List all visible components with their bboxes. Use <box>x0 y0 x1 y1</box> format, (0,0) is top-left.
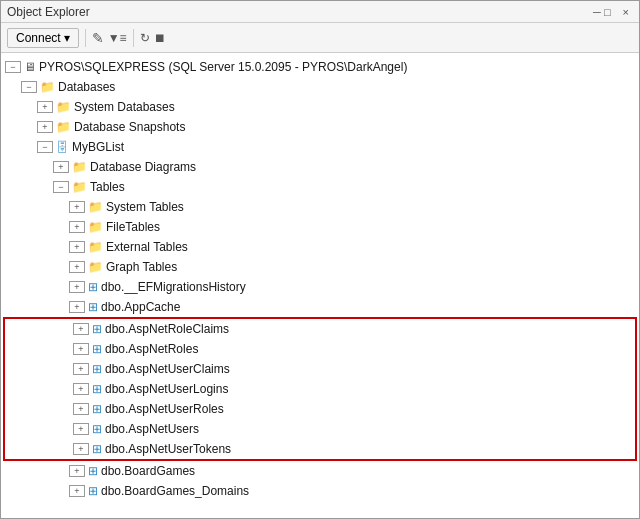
refresh-icon[interactable]: ↻ <box>140 31 150 45</box>
toolbar: Connect ▾ ✎ ▼≡ ↻ ⏹ <box>1 23 639 53</box>
appcache-label: dbo.AppCache <box>101 300 180 314</box>
db-snapshots-expander[interactable] <box>37 121 53 133</box>
tree-node-system-databases[interactable]: 📁 System Databases <box>1 97 639 117</box>
databases-folder-icon: 📁 <box>40 80 55 94</box>
aspnetusertokens-label: dbo.AspNetUserTokens <box>105 442 231 456</box>
filetables-expander[interactable] <box>69 221 85 233</box>
tree-node-aspnetusers[interactable]: ⊞ dbo.AspNetUsers <box>5 419 635 439</box>
db-diagrams-label: Database Diagrams <box>90 160 196 174</box>
connect-button[interactable]: Connect ▾ <box>7 28 79 48</box>
system-databases-label: System Databases <box>74 100 175 114</box>
external-tables-icon: 📁 <box>88 240 103 254</box>
tree-node-system-tables[interactable]: 📁 System Tables <box>1 197 639 217</box>
tables-expander[interactable] <box>53 181 69 193</box>
system-tables-icon: 📁 <box>88 200 103 214</box>
tree-node-external-tables[interactable]: 📁 External Tables <box>1 237 639 257</box>
tree-node-db-diagrams[interactable]: 📁 Database Diagrams <box>1 157 639 177</box>
tree-node-boardgames[interactable]: ⊞ dbo.BoardGames <box>1 461 639 481</box>
graph-tables-icon: 📁 <box>88 260 103 274</box>
tree-node-filetables[interactable]: 📁 FileTables <box>1 217 639 237</box>
filter-icon[interactable]: ▼≡ <box>108 31 127 45</box>
tree-node-aspnetuserclaims[interactable]: ⊞ dbo.AspNetUserClaims <box>5 359 635 379</box>
boardgames-domains-label: dbo.BoardGames_Domains <box>101 484 249 498</box>
aspnetuserclaims-table-icon: ⊞ <box>92 362 102 376</box>
ef-migrations-expander[interactable] <box>69 281 85 293</box>
system-databases-expander[interactable] <box>37 101 53 113</box>
tree-node-aspnetroles[interactable]: ⊞ dbo.AspNetRoles <box>5 339 635 359</box>
aspnetusers-table-icon: ⊞ <box>92 422 102 436</box>
title-bar: Object Explorer ─ □ × <box>1 1 639 23</box>
db-snapshots-label: Database Snapshots <box>74 120 185 134</box>
db-snapshots-icon: 📁 <box>56 120 71 134</box>
tree-node-appcache[interactable]: ⊞ dbo.AppCache <box>1 297 639 317</box>
highlighted-group: ⊞ dbo.AspNetRoleClaims ⊞ dbo.AspNetRoles… <box>3 317 637 461</box>
toolbar-separator-1 <box>85 29 86 47</box>
aspnetuserlogins-expander[interactable] <box>73 383 89 395</box>
aspnetuserlogins-table-icon: ⊞ <box>92 382 102 396</box>
appcache-expander[interactable] <box>69 301 85 313</box>
pin-button[interactable]: ─ □ <box>589 6 615 18</box>
aspnetuserclaims-expander[interactable] <box>73 363 89 375</box>
system-tables-expander[interactable] <box>69 201 85 213</box>
aspnetroles-table-icon: ⊞ <box>92 342 102 356</box>
mybglist-label: MyBGList <box>72 140 124 154</box>
tree-node-boardgames-domains[interactable]: ⊞ dbo.BoardGames_Domains <box>1 481 639 501</box>
tree-node-graph-tables[interactable]: 📁 Graph Tables <box>1 257 639 277</box>
tree-node-db-snapshots[interactable]: 📁 Database Snapshots <box>1 117 639 137</box>
aspnetuserlogins-label: dbo.AspNetUserLogins <box>105 382 228 396</box>
connect-dropdown-icon: ▾ <box>64 31 70 45</box>
aspnetusers-label: dbo.AspNetUsers <box>105 422 199 436</box>
database-icon: 🗄 <box>56 140 69 155</box>
tree-node-server[interactable]: 🖥 PYROS\SQLEXPRESS (SQL Server 15.0.2095… <box>1 57 639 77</box>
databases-label: Databases <box>58 80 115 94</box>
aspnetroles-expander[interactable] <box>73 343 89 355</box>
mybglist-expander[interactable] <box>37 141 53 153</box>
system-tables-label: System Tables <box>106 200 184 214</box>
server-label: PYROS\SQLEXPRESS (SQL Server 15.0.2095 -… <box>39 60 407 74</box>
tables-label: Tables <box>90 180 125 194</box>
boardgames-table-icon: ⊞ <box>88 464 98 478</box>
aspnetroleclaims-table-icon: ⊞ <box>92 322 102 336</box>
server-expander[interactable] <box>5 61 21 73</box>
boardgames-expander[interactable] <box>69 465 85 477</box>
graph-tables-label: Graph Tables <box>106 260 177 274</box>
aspnetusers-expander[interactable] <box>73 423 89 435</box>
external-tables-expander[interactable] <box>69 241 85 253</box>
databases-expander[interactable] <box>21 81 37 93</box>
close-button[interactable]: × <box>619 6 633 18</box>
filetables-icon: 📁 <box>88 220 103 234</box>
boardgames-domains-expander[interactable] <box>69 485 85 497</box>
tables-folder-icon: 📁 <box>72 180 87 194</box>
tree-content: 🖥 PYROS\SQLEXPRESS (SQL Server 15.0.2095… <box>1 53 639 518</box>
db-diagrams-expander[interactable] <box>53 161 69 173</box>
graph-tables-expander[interactable] <box>69 261 85 273</box>
external-tables-label: External Tables <box>106 240 188 254</box>
tree-node-databases[interactable]: 📁 Databases <box>1 77 639 97</box>
aspnetuserroles-label: dbo.AspNetUserRoles <box>105 402 224 416</box>
tree-node-tables[interactable]: 📁 Tables <box>1 177 639 197</box>
aspnetusertokens-table-icon: ⊞ <box>92 442 102 456</box>
aspnetuserroles-table-icon: ⊞ <box>92 402 102 416</box>
boardgames-label: dbo.BoardGames <box>101 464 195 478</box>
tree-node-ef-migrations[interactable]: ⊞ dbo.__EFMigrationsHistory <box>1 277 639 297</box>
new-query-icon[interactable]: ✎ <box>92 30 104 46</box>
filetables-label: FileTables <box>106 220 160 234</box>
aspnetroleclaims-expander[interactable] <box>73 323 89 335</box>
connect-label: Connect <box>16 31 61 45</box>
stop-icon[interactable]: ⏹ <box>154 31 166 45</box>
boardgames-domains-table-icon: ⊞ <box>88 484 98 498</box>
server-icon: 🖥 <box>24 60 36 74</box>
tree-node-aspnetuserroles[interactable]: ⊞ dbo.AspNetUserRoles <box>5 399 635 419</box>
db-diagrams-icon: 📁 <box>72 160 87 174</box>
ef-migrations-label: dbo.__EFMigrationsHistory <box>101 280 246 294</box>
tree-node-mybglist[interactable]: 🗄 MyBGList <box>1 137 639 157</box>
aspnetuserroles-expander[interactable] <box>73 403 89 415</box>
aspnetusertokens-expander[interactable] <box>73 443 89 455</box>
aspnetroles-label: dbo.AspNetRoles <box>105 342 198 356</box>
toolbar-separator-2 <box>133 29 134 47</box>
tree-node-aspnetuserlogins[interactable]: ⊞ dbo.AspNetUserLogins <box>5 379 635 399</box>
appcache-table-icon: ⊞ <box>88 300 98 314</box>
tree-node-aspnetroleclaims[interactable]: ⊞ dbo.AspNetRoleClaims <box>5 319 635 339</box>
aspnetuserclaims-label: dbo.AspNetUserClaims <box>105 362 230 376</box>
tree-node-aspnetusertokens[interactable]: ⊞ dbo.AspNetUserTokens <box>5 439 635 459</box>
